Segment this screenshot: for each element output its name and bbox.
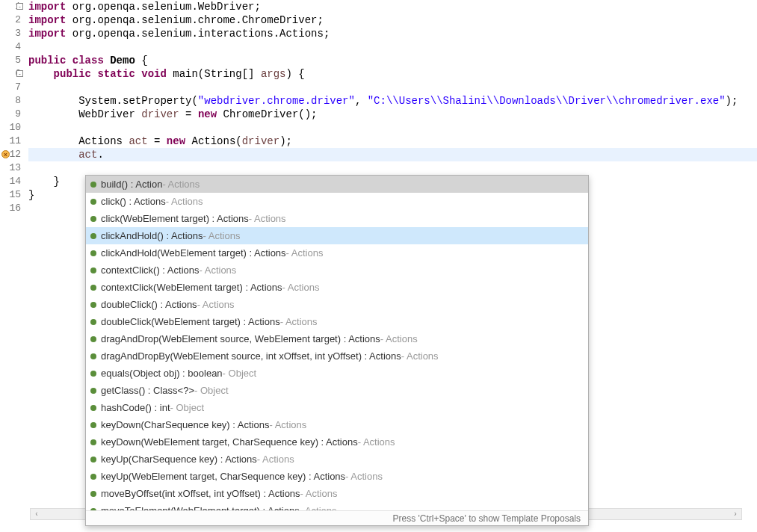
- autocomplete-item[interactable]: clickAndHold(WebElement target) : Action…: [86, 244, 588, 262]
- autocomplete-label: keyDown(CharSequence key) : Actions: [101, 416, 269, 433]
- autocomplete-label: click() : Actions: [101, 193, 166, 210]
- gutter-line: 16: [0, 202, 21, 215]
- autocomplete-label: dragAndDrop(WebElement source, WebElemen…: [101, 330, 380, 347]
- scroll-right-icon[interactable]: ›: [729, 509, 741, 519]
- autocomplete-origin: - Object: [170, 399, 205, 416]
- code-line[interactable]: [28, 81, 757, 94]
- autocomplete-item[interactable]: dragAndDrop(WebElement source, WebElemen…: [86, 330, 588, 347]
- gutter-line: 8: [0, 94, 21, 108]
- fold-toggle-icon[interactable]: -: [16, 3, 23, 10]
- method-icon: [90, 267, 96, 273]
- method-icon: [90, 371, 96, 377]
- scroll-left-icon[interactable]: ‹: [31, 509, 43, 519]
- autocomplete-item[interactable]: dragAndDropBy(WebElement source, int xOf…: [86, 347, 588, 365]
- autocomplete-item[interactable]: click(WebElement target) : Actions - Act…: [86, 210, 588, 227]
- gutter-line: 5: [0, 54, 21, 67]
- autocomplete-label: click(WebElement target) : Actions: [101, 210, 249, 227]
- method-icon: [90, 491, 96, 497]
- code-line[interactable]: [28, 161, 757, 175]
- autocomplete-item[interactable]: build() : Action - Actions: [86, 176, 588, 193]
- autocomplete-item[interactable]: keyUp(CharSequence key) : Actions - Acti…: [86, 451, 588, 468]
- gutter-line: 11: [0, 134, 21, 148]
- code-line[interactable]: import org.openqa.selenium.interactions.…: [28, 27, 757, 40]
- autocomplete-label: keyDown(WebElement target, CharSequence …: [101, 433, 358, 451]
- autocomplete-label: equals(Object obj) : boolean: [101, 365, 223, 382]
- autocomplete-list[interactable]: build() : Action - Actionsclick() : Acti…: [86, 176, 588, 510]
- autocomplete-label: moveByOffset(int xOffset, int yOffset) :…: [101, 485, 300, 502]
- autocomplete-origin: - Actions: [282, 279, 320, 296]
- autocomplete-label: getClass() : Class<?>: [101, 382, 194, 399]
- method-icon: [90, 457, 96, 463]
- autocomplete-origin: - Actions: [345, 468, 383, 485]
- autocomplete-item[interactable]: equals(Object obj) : boolean - Object: [86, 365, 588, 382]
- autocomplete-popup: build() : Action - Actionsclick() : Acti…: [85, 175, 589, 526]
- method-icon: [90, 199, 96, 205]
- autocomplete-item[interactable]: contextClick() : Actions - Actions: [86, 262, 588, 279]
- autocomplete-item[interactable]: moveToElement(WebElement target) : Actio…: [86, 502, 588, 510]
- autocomplete-item[interactable]: keyUp(WebElement target, CharSequence ke…: [86, 468, 588, 485]
- gutter-line: 9: [0, 108, 21, 121]
- gutter-line: 13: [0, 161, 21, 175]
- autocomplete-origin: - Actions: [200, 262, 237, 279]
- autocomplete-label: doubleClick(WebElement target) : Actions: [101, 313, 280, 330]
- autocomplete-item[interactable]: click() : Actions - Actions: [86, 193, 588, 210]
- autocomplete-label: clickAndHold(WebElement target) : Action…: [101, 244, 286, 262]
- code-line[interactable]: WebDriver driver = new ChromeDriver();: [28, 108, 757, 121]
- method-icon: [90, 319, 96, 325]
- autocomplete-item[interactable]: clickAndHold() : Actions - Actions: [86, 227, 588, 244]
- code-line[interactable]: act.: [28, 148, 757, 161]
- autocomplete-label: doubleClick() : Actions: [101, 296, 197, 313]
- code-line[interactable]: import org.openqa.selenium.WebDriver;: [28, 0, 757, 13]
- gutter-line: 6-: [0, 67, 21, 81]
- autocomplete-origin: - Actions: [197, 296, 235, 313]
- autocomplete-origin: - Object: [194, 382, 229, 399]
- code-line[interactable]: public class Demo {: [28, 54, 757, 67]
- gutter-line: 15: [0, 188, 21, 202]
- autocomplete-origin: - Actions: [401, 347, 439, 365]
- gutter-line: 2: [0, 13, 21, 27]
- code-line[interactable]: Actions act = new Actions(driver);: [28, 134, 757, 148]
- autocomplete-origin: - Object: [223, 365, 257, 382]
- method-icon: [90, 353, 96, 359]
- autocomplete-label: dragAndDropBy(WebElement source, int xOf…: [101, 347, 401, 365]
- autocomplete-origin: - Actions: [280, 313, 318, 330]
- autocomplete-label: contextClick(WebElement target) : Action…: [101, 279, 282, 296]
- code-line[interactable]: public static void main(String[] args) {: [28, 67, 757, 81]
- gutter-line: 7: [0, 81, 21, 94]
- line-gutter: 1-23456-789101112x13141516: [0, 0, 25, 508]
- gutter-line: 4: [0, 40, 21, 54]
- autocomplete-label: keyUp(CharSequence key) : Actions: [101, 451, 257, 468]
- code-line[interactable]: System.setProperty("webdriver.chrome.dri…: [28, 94, 757, 108]
- warning-marker-icon[interactable]: x: [1, 150, 10, 158]
- autocomplete-origin: - Actions: [249, 210, 286, 227]
- autocomplete-origin: - Actions: [300, 502, 337, 510]
- gutter-line: 12x: [0, 148, 21, 161]
- autocomplete-item[interactable]: hashCode() : int - Object: [86, 399, 588, 416]
- autocomplete-item[interactable]: contextClick(WebElement target) : Action…: [86, 279, 588, 296]
- autocomplete-item[interactable]: getClass() : Class<?> - Object: [86, 382, 588, 399]
- gutter-line: 10: [0, 121, 21, 134]
- autocomplete-item[interactable]: keyDown(CharSequence key) : Actions - Ac…: [86, 416, 588, 433]
- autocomplete-item[interactable]: moveByOffset(int xOffset, int yOffset) :…: [86, 485, 588, 502]
- method-icon: [90, 422, 96, 428]
- autocomplete-label: build() : Action: [101, 176, 162, 193]
- autocomplete-label: contextClick() : Actions: [101, 262, 200, 279]
- method-icon: [90, 302, 96, 308]
- method-icon: [90, 233, 96, 239]
- fold-toggle-icon[interactable]: -: [16, 70, 23, 77]
- code-line[interactable]: [28, 40, 757, 54]
- autocomplete-origin: - Actions: [166, 193, 203, 210]
- autocomplete-origin: - Actions: [380, 330, 418, 347]
- autocomplete-item[interactable]: doubleClick(WebElement target) : Actions…: [86, 313, 588, 330]
- autocomplete-origin: - Actions: [162, 176, 200, 193]
- method-icon: [90, 474, 96, 480]
- autocomplete-label: clickAndHold() : Actions: [101, 227, 203, 244]
- method-icon: [90, 250, 96, 256]
- autocomplete-origin: - Actions: [358, 433, 395, 451]
- code-line[interactable]: [28, 121, 757, 134]
- autocomplete-item[interactable]: doubleClick() : Actions - Actions: [86, 296, 588, 313]
- method-icon: [90, 388, 96, 394]
- autocomplete-label: keyUp(WebElement target, CharSequence ke…: [101, 468, 345, 485]
- autocomplete-item[interactable]: keyDown(WebElement target, CharSequence …: [86, 433, 588, 451]
- code-line[interactable]: import org.openqa.selenium.chrome.Chrome…: [28, 13, 757, 27]
